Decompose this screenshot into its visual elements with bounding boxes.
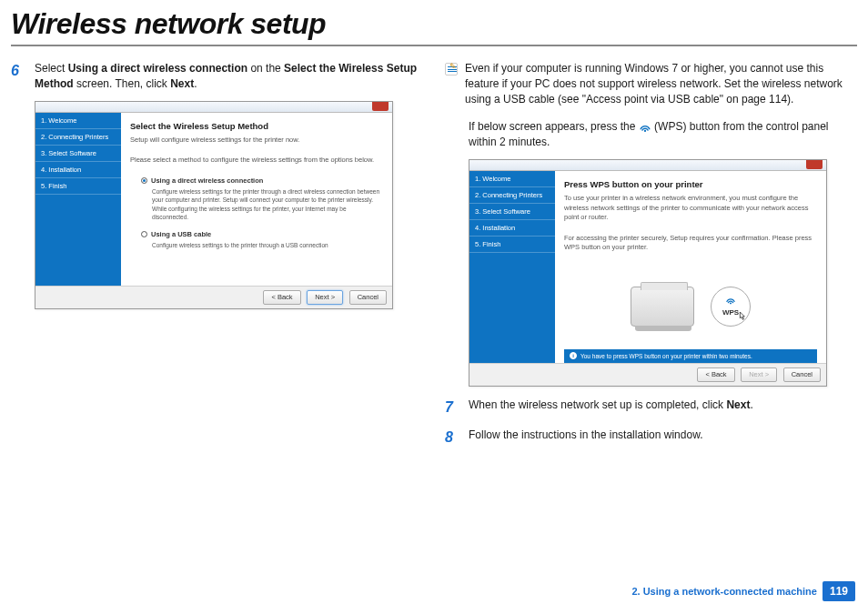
wizard-main: Select the Wireless Setup Method Setup w…: [121, 113, 392, 286]
wizard-main: Press WPS button on your printer To use …: [555, 171, 826, 363]
step-text: When the wireless network set up is comp…: [469, 398, 857, 418]
t: When the wireless network set up is comp…: [469, 398, 726, 411]
wizard-subtext: To use your printer in a wireless networ…: [564, 194, 817, 223]
wizard-button-row: < Back Next > Cancel: [35, 286, 392, 309]
sidebar-item: 4. Installation: [469, 220, 555, 237]
sidebar-item: 1. Welcome: [35, 113, 121, 129]
wizard-titlebar: [469, 160, 826, 171]
wizard-subtext: Please select a method to configure the …: [130, 156, 383, 166]
sidebar-item: 4. Installation: [35, 162, 121, 178]
back-button[interactable]: < Back: [697, 367, 734, 383]
back-button[interactable]: < Back: [263, 290, 300, 306]
t: .: [750, 398, 752, 411]
chapter-label: 2. Using a network-connected machine: [631, 586, 817, 597]
title-rule: [11, 45, 857, 46]
wizard-body: 1. Welcome 2. Connecting Printers 3. Sel…: [469, 171, 826, 363]
next-button[interactable]: Next >: [741, 367, 777, 383]
step-number: 6: [11, 61, 27, 92]
if-below-screen-para: If below screen appears, press the (WPS)…: [469, 119, 857, 150]
t: screen. Then, click: [74, 77, 171, 90]
info-icon: i: [570, 352, 577, 359]
step-6: 6 Select Using a direct wireless connect…: [11, 61, 423, 92]
option-direct-wireless[interactable]: Using a direct wireless connection: [141, 176, 383, 186]
sidebar-item: 1. Welcome: [469, 171, 555, 187]
sidebar-item: 2. Connecting Printers: [35, 129, 121, 146]
wps-button-illustration: WPS: [711, 287, 751, 327]
cancel-button[interactable]: Cancel: [783, 367, 821, 383]
wizard-sidebar: 1. Welcome 2. Connecting Printers 3. Sel…: [469, 171, 555, 363]
wizard-subtext: For accessing the printer securely, Setu…: [564, 234, 817, 253]
sidebar-item: 5. Finish: [469, 237, 555, 253]
left-column: 6 Select Using a direct wireless connect…: [11, 61, 423, 457]
step-number: 8: [445, 428, 461, 448]
wps-icon: [639, 121, 651, 134]
wizard-select-method: 1. Welcome 2. Connecting Printers 3. Sel…: [35, 101, 393, 310]
page-footer: 2. Using a network-connected machine 119: [631, 581, 855, 601]
step-7: 7 When the wireless network set up is co…: [445, 398, 857, 418]
content-columns: 6 Select Using a direct wireless connect…: [11, 61, 857, 457]
wizard-heading: Press WPS button on your printer: [564, 178, 817, 190]
close-icon[interactable]: [806, 160, 823, 169]
note-icon: [445, 63, 458, 75]
cancel-button[interactable]: Cancel: [349, 290, 387, 306]
t: on the: [247, 62, 284, 75]
wizard-subtext: Setup will configure wireless settings f…: [130, 136, 383, 146]
sidebar-item: 5. Finish: [35, 178, 121, 195]
t-bold: Next: [170, 77, 194, 90]
info-text: You have to press WPS button on your pri…: [580, 352, 752, 360]
wizard-button-row: < Back Next > Cancel: [469, 363, 826, 387]
cursor-icon: [737, 311, 746, 322]
wizard-press-wps: 1. Welcome 2. Connecting Printers 3. Sel…: [469, 159, 827, 387]
option-desc: Configure wireless settings to the print…: [152, 241, 383, 249]
wizard-sidebar: 1. Welcome 2. Connecting Printers 3. Sel…: [35, 113, 121, 286]
note-text: Even if your computer is running Windows…: [465, 61, 857, 106]
page-title: Wireless network setup: [11, 7, 868, 41]
t-bold: Next: [726, 398, 750, 411]
step-8: 8 Follow the instructions in the install…: [445, 428, 857, 448]
option-label: Using a USB cable: [151, 230, 211, 240]
radio-icon: [141, 231, 147, 237]
wizard-heading: Select the Wireless Setup Method: [130, 120, 383, 132]
step-number: 7: [445, 398, 461, 418]
close-icon[interactable]: [372, 102, 389, 111]
printer-icon: [631, 287, 694, 327]
wps-icon: [725, 295, 736, 307]
t: Select: [35, 62, 68, 75]
sidebar-item: 3. Select Software: [469, 204, 555, 220]
printer-illustration: WPS: [564, 264, 817, 349]
wizard-body: 1. Welcome 2. Connecting Printers 3. Sel…: [35, 113, 392, 286]
svg-point-0: [644, 130, 646, 132]
step-text: Follow the instructions in the installat…: [469, 428, 857, 448]
t: .: [194, 77, 197, 90]
right-column: Even if your computer is running Windows…: [445, 61, 857, 457]
option-usb-cable[interactable]: Using a USB cable: [141, 230, 383, 240]
option-label: Using a direct wireless connection: [151, 176, 263, 186]
wizard-titlebar: [35, 102, 392, 113]
page-number: 119: [823, 581, 855, 601]
sidebar-item: 2. Connecting Printers: [469, 187, 555, 204]
svg-point-1: [730, 303, 732, 305]
step-text: Select Using a direct wireless connectio…: [35, 61, 423, 92]
radio-selected-icon: [141, 177, 147, 184]
t-bold: Using a direct wireless connection: [68, 62, 247, 75]
info-bar: i You have to press WPS button on your p…: [564, 349, 817, 363]
t: If below screen appears, press the: [469, 120, 639, 133]
option-desc: Configure wireless settings for the prin…: [152, 187, 383, 220]
note-box: Even if your computer is running Windows…: [445, 61, 857, 106]
sidebar-item: 3. Select Software: [35, 146, 121, 162]
next-button[interactable]: Next >: [307, 290, 343, 306]
